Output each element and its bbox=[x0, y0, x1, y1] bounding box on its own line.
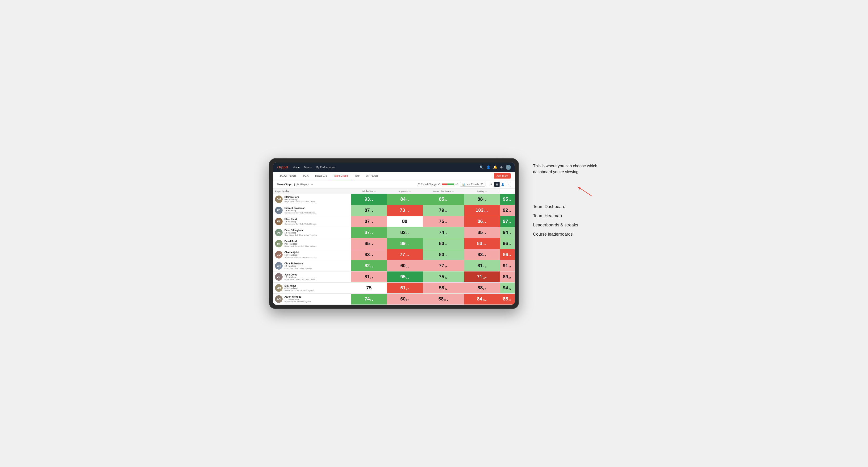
menu-item-team-heatmap[interactable]: Team Heatmap bbox=[533, 214, 599, 218]
player-name[interactable]: Blair McHarg bbox=[284, 196, 317, 198]
metric-cell-approach: 75 2▲ bbox=[423, 271, 464, 282]
player-name[interactable]: Charlie Quick bbox=[284, 251, 317, 254]
col-player-quality[interactable]: Player Quality ▼ bbox=[273, 189, 351, 194]
metric-cell-approach: 74 1▲ bbox=[423, 227, 464, 238]
search-icon[interactable]: 🔍 bbox=[479, 165, 484, 169]
player-avatar: CR bbox=[275, 262, 283, 270]
player-handicap: 1-5 Handicap bbox=[284, 231, 317, 234]
nav-link-my-performance[interactable]: My Performance bbox=[316, 166, 335, 168]
metric-cell-around_green: 83 10▼ bbox=[464, 238, 500, 249]
edit-icon[interactable]: ✏ bbox=[311, 183, 313, 186]
player-name[interactable]: Elliot Ebert bbox=[284, 218, 317, 220]
metric-change: 3▼ bbox=[508, 266, 512, 268]
metric-cell-off_tee: 60 1▼ bbox=[387, 293, 423, 305]
add-team-button[interactable]: Add Team bbox=[494, 173, 511, 179]
metric-cell-putting: 97 5▲ bbox=[500, 216, 515, 227]
chart-icon: 📊 bbox=[462, 183, 465, 186]
metric-score: 87 bbox=[365, 230, 370, 235]
col-off-tee[interactable]: Off the Tee — bbox=[351, 189, 387, 194]
view-table-icon[interactable]: ▦ bbox=[494, 182, 500, 187]
metric-cell-off_tee: 88 bbox=[387, 216, 423, 227]
sub-nav-pga[interactable]: PGA bbox=[300, 172, 312, 180]
metric-score: 75 bbox=[439, 274, 444, 280]
minus-label: -5 bbox=[438, 183, 440, 186]
player-name[interactable]: Matt Miller bbox=[284, 284, 314, 287]
metric-change: 6▼ bbox=[483, 221, 486, 224]
arrow-container bbox=[533, 184, 594, 199]
metric-cell-around_green: 86 6▼ bbox=[464, 216, 500, 227]
metric-change: 5▲ bbox=[508, 221, 512, 224]
player-name[interactable]: Chris Robertson bbox=[284, 262, 312, 265]
col-approach[interactable]: Approach — bbox=[387, 189, 423, 194]
metric-score: 87 bbox=[365, 219, 370, 224]
metric-change: 4▲ bbox=[406, 232, 409, 235]
view-grid-icon[interactable]: ⊞ bbox=[489, 182, 494, 187]
sub-nav-tour[interactable]: Tour bbox=[351, 172, 363, 180]
metric-cell-player_quality: 75 bbox=[351, 282, 387, 293]
sub-nav-hcaps[interactable]: Hcaps 1-5 bbox=[312, 172, 330, 180]
view-sort-icon[interactable]: ↕ bbox=[506, 182, 511, 187]
metric-change: 8▲ bbox=[370, 299, 373, 301]
nav-link-home[interactable]: Home bbox=[293, 166, 300, 168]
table-row[interactable]: EE Elliot Ebert 1-5 Handicap Sunningdale… bbox=[273, 216, 515, 227]
player-name[interactable]: Edward Crossman bbox=[284, 207, 317, 210]
col-putting[interactable]: Putting — bbox=[464, 189, 500, 194]
table-row[interactable]: CR Chris Robertson 1-5 Handicap Craigmil… bbox=[273, 260, 515, 271]
player-handicap: Plus Handicap bbox=[284, 198, 317, 201]
nav-icons: 🔍 👤 🔔 ⊕ U bbox=[479, 165, 511, 170]
sub-nav-team-clippd[interactable]: Team Clippd bbox=[330, 172, 351, 180]
avatar[interactable]: U bbox=[506, 165, 511, 170]
col-around-green[interactable]: Around the Green — bbox=[423, 189, 464, 194]
bell-icon[interactable]: 🔔 bbox=[493, 165, 497, 169]
metric-score: 80 bbox=[439, 241, 444, 246]
sub-nav-all-players[interactable]: All Players bbox=[363, 172, 382, 180]
player-name[interactable]: David Ford bbox=[284, 240, 317, 243]
table-row[interactable]: AN Aaron Nicholls 11-15 Handicap Drift G… bbox=[273, 293, 515, 305]
player-club: Sunningdale Golf Club, United Kingdom bbox=[284, 212, 317, 214]
metric-score: 86 bbox=[503, 252, 508, 257]
metric-score: 83 bbox=[477, 252, 483, 257]
metric-change: 3▲ bbox=[445, 243, 448, 246]
player-name[interactable]: Josh Coles bbox=[284, 273, 317, 276]
metric-score: 91 bbox=[503, 263, 508, 269]
metric-change: 1▲ bbox=[445, 254, 448, 257]
settings-icon[interactable]: ⊕ bbox=[500, 165, 503, 169]
player-info-cell: MM Matt Miller 6-10 Handicap Woburn Golf… bbox=[273, 282, 351, 293]
metric-cell-around_green: 88 1▼ bbox=[464, 194, 500, 205]
metric-change: 6▲ bbox=[406, 199, 409, 201]
metric-score: 88 bbox=[477, 285, 483, 290]
metric-score: 74 bbox=[439, 230, 444, 235]
menu-item-leaderboards[interactable]: Leaderboards & streaks bbox=[533, 223, 599, 228]
table-row[interactable]: DF David Ford Plus Handicap Royal North … bbox=[273, 238, 515, 249]
table-row[interactable]: CQ Charlie Quick 6-10 Handicap St. Georg… bbox=[273, 249, 515, 260]
metric-cell-player_quality: 85 3▼ bbox=[351, 238, 387, 249]
metric-score: 58 bbox=[438, 296, 443, 302]
profile-icon[interactable]: 👤 bbox=[486, 165, 490, 169]
player-club: Gog Magog Golf Club, United Kingdom bbox=[284, 234, 317, 236]
view-user-icon[interactable]: 👤 bbox=[500, 182, 505, 187]
metric-change: 4▲ bbox=[370, 199, 373, 201]
player-name[interactable]: Aaron Nicholls bbox=[284, 295, 311, 298]
metric-change: 9▲ bbox=[445, 210, 448, 213]
page-wrapper: clippd Home Teams My Performance 🔍 👤 🔔 ⊕… bbox=[269, 158, 599, 309]
metric-change: 1▼ bbox=[483, 199, 486, 201]
metric-score: 77 bbox=[439, 263, 444, 269]
table-row[interactable]: BM Blair McHarg Plus Handicap Royal Nort… bbox=[273, 194, 515, 205]
annotation-text: This is where you can choose which dashb… bbox=[533, 163, 599, 175]
table-row[interactable]: MM Matt Miller 6-10 Handicap Woburn Golf… bbox=[273, 282, 515, 293]
last-rounds-button[interactable]: 📊 Last Rounds: 20 bbox=[460, 182, 486, 187]
table-row[interactable]: JC Josh Coles 1-5 Handicap Royal North D… bbox=[273, 271, 515, 282]
table-row[interactable]: DB Dave Billingham 1-5 Handicap Gog Mago… bbox=[273, 227, 515, 238]
nav-link-teams[interactable]: Teams bbox=[304, 166, 312, 168]
metric-score: 61 bbox=[400, 285, 405, 290]
metric-cell-approach: 80 3▲ bbox=[423, 238, 464, 249]
metric-cell-player_quality: 83 3▼ bbox=[351, 249, 387, 260]
menu-item-team-dashboard[interactable]: Team Dashboard bbox=[533, 204, 599, 209]
menu-item-course-leaderboards[interactable]: Course leaderboards bbox=[533, 232, 599, 237]
metric-change: 2▼ bbox=[483, 288, 486, 290]
metric-score: 58 bbox=[439, 285, 444, 290]
sub-nav-pgat[interactable]: PGAT Players bbox=[277, 172, 300, 180]
table-row[interactable]: EC Edward Crossman 1-5 Handicap Sunningd… bbox=[273, 205, 515, 216]
metric-score: 73 bbox=[400, 208, 405, 213]
player-name[interactable]: Dave Billingham bbox=[284, 229, 317, 231]
